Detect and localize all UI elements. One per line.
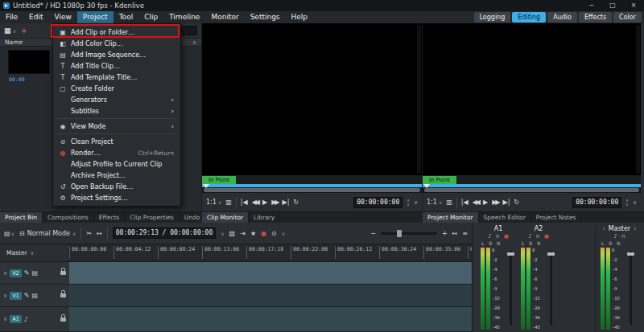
minimize-button[interactable]: ─ bbox=[581, 0, 602, 11]
record-icon[interactable]: ● bbox=[261, 230, 266, 237]
goto-end-button[interactable]: ▶| bbox=[282, 199, 289, 206]
menu-timeline[interactable]: Timeline bbox=[163, 11, 205, 23]
menu-item-archive-project[interactable]: Archive Project… bbox=[53, 170, 180, 181]
loop-icon[interactable]: ↻ bbox=[293, 199, 299, 206]
balance-value[interactable]: 0 bbox=[489, 240, 492, 247]
solo-icon[interactable]: ∩ bbox=[536, 233, 540, 240]
tab-speech-editor[interactable]: Speech Editor bbox=[479, 212, 531, 223]
chevron-down-icon[interactable]: ∨ bbox=[282, 231, 285, 236]
timeline-track-lane-v1[interactable] bbox=[69, 285, 472, 307]
menu-clip[interactable]: Clip bbox=[138, 11, 163, 23]
menu-item-project-settings[interactable]: ⚙ Project Settings… bbox=[53, 192, 180, 203]
close-button[interactable]: × bbox=[623, 0, 644, 11]
solo-icon[interactable]: ∩ bbox=[621, 233, 625, 240]
next-channel-icon[interactable]: › bbox=[634, 225, 636, 233]
menu-item-view-mode[interactable]: ◉ View Mode › bbox=[53, 121, 180, 132]
edit-track-icon[interactable]: ✎ bbox=[24, 269, 30, 277]
menu-item-open-backup-file[interactable]: ↺ Open Backup File… bbox=[53, 181, 180, 192]
record-icon[interactable]: ● bbox=[544, 233, 549, 240]
tab-effects[interactable]: Effects bbox=[94, 212, 126, 223]
project-monitor-zone-bar[interactable]: In Point bbox=[423, 175, 641, 184]
menu-item-add-image-sequence[interactable]: ▤ Add Image Sequence… bbox=[53, 49, 180, 60]
tab-compositions[interactable]: Compositions bbox=[43, 212, 94, 223]
menu-tool[interactable]: Tool bbox=[114, 11, 138, 23]
zoom-preset-button[interactable]: 1:1 ∨ bbox=[427, 199, 442, 206]
tab-clip-monitor[interactable]: Clip Monitor bbox=[202, 212, 249, 223]
goto-start-button[interactable]: |◀ bbox=[461, 199, 469, 206]
timeline-track-lane-a1[interactable] bbox=[69, 307, 472, 332]
zoom-preset-button[interactable]: 1:1 ∨ bbox=[206, 199, 221, 206]
volume-slider[interactable] bbox=[630, 251, 632, 325]
maximize-button[interactable]: □ bbox=[602, 0, 623, 11]
mute-icon[interactable]: ♪ bbox=[488, 233, 491, 240]
timeline-ruler[interactable]: Master ∨ 00:00:00:0000:00:04:1200:00:08:… bbox=[0, 244, 472, 262]
menu-file[interactable]: File bbox=[0, 11, 23, 23]
mute-icon[interactable]: ♪ bbox=[613, 233, 617, 240]
lock-icon[interactable] bbox=[60, 318, 66, 322]
timecode-spinner[interactable]: ∧ ∨ bbox=[625, 199, 629, 207]
bin-view-mode-button[interactable]: ▦ ∨ bbox=[4, 27, 16, 35]
menu-monitor[interactable]: Monitor bbox=[205, 11, 244, 23]
layers-icon[interactable]: ▤ bbox=[31, 269, 38, 277]
workspace-effects-button[interactable]: Effects bbox=[579, 12, 612, 23]
menu-item-add-clip-or-folder[interactable]: ▣ Add Clip or Folder… bbox=[53, 27, 180, 38]
track-tag[interactable]: A1 bbox=[10, 315, 22, 323]
workspace-editing-button[interactable]: Editing bbox=[512, 12, 546, 23]
menu-item-add-color-clip[interactable]: ◧ Add Color Clip… bbox=[53, 38, 180, 49]
razor-tool-icon[interactable]: ✂ bbox=[86, 230, 92, 237]
timeline-track-lane-v2[interactable] bbox=[69, 262, 472, 285]
chevron-down-icon[interactable]: ∨ bbox=[3, 293, 7, 299]
fit-zoom-icon[interactable]: ↔ bbox=[452, 230, 458, 237]
project-monitor-video[interactable] bbox=[423, 23, 641, 175]
clip-monitor-zone-bar[interactable]: In Point bbox=[202, 175, 422, 184]
collapse-icon[interactable]: ∧ bbox=[192, 39, 196, 46]
menu-item-add-title-clip[interactable]: T Add Title Clip… bbox=[53, 60, 180, 72]
tab-clip-properties[interactable]: Clip Properties bbox=[125, 212, 179, 223]
menu-item-add-template-title[interactable]: T Add Template Title… bbox=[53, 72, 180, 83]
forward-button[interactable]: ▶▶ bbox=[492, 199, 498, 206]
tab-library[interactable]: Library bbox=[249, 212, 280, 223]
chevron-down-icon[interactable]: ∨ bbox=[221, 231, 224, 236]
insert-zone-icon[interactable]: ⇥ bbox=[240, 230, 246, 237]
spinner-down-icon[interactable]: ∨ bbox=[407, 203, 410, 207]
loop-icon[interactable]: ↻ bbox=[514, 199, 519, 206]
zoom-out-icon[interactable]: − bbox=[370, 230, 376, 237]
monitor-timecode[interactable]: 00:00:00:00 bbox=[572, 197, 621, 208]
menu-item-subtitles[interactable]: Subtitles › bbox=[53, 105, 180, 117]
balance-value[interactable]: 0 bbox=[529, 240, 532, 247]
track-header-a1[interactable]: ∨ A1 ♪ bbox=[0, 307, 69, 332]
monitor-menu-icon[interactable]: ∨ bbox=[633, 199, 637, 206]
monitor-overlay-icon[interactable]: ▥ bbox=[446, 199, 452, 206]
monitor-timecode[interactable]: 00:00:00:00 bbox=[353, 197, 402, 208]
menu-item-generators[interactable]: Generators › bbox=[53, 94, 180, 105]
layers-icon[interactable]: ▤ bbox=[31, 292, 38, 299]
menu-settings[interactable]: Settings bbox=[245, 11, 286, 23]
menu-item-render[interactable]: ● Render… Ctrl+Return bbox=[53, 147, 180, 158]
mix-clips-icon[interactable]: ▧ bbox=[229, 230, 236, 237]
timeline-menu-icon[interactable]: ≡ bbox=[462, 230, 468, 237]
volume-slider-handle[interactable] bbox=[627, 252, 634, 256]
record-icon[interactable]: ● bbox=[504, 233, 509, 240]
edit-track-icon[interactable]: ✎ bbox=[24, 292, 30, 299]
workspace-logging-button[interactable]: Logging bbox=[474, 12, 511, 23]
menu-item-adjust-profile[interactable]: Adjust Profile to Current Clip bbox=[53, 158, 180, 170]
volume-slider[interactable] bbox=[550, 251, 552, 325]
timeline-timecode[interactable]: 00:00:29:13 / 00:00:00:00 bbox=[113, 227, 216, 239]
project-monitor-zoombar[interactable] bbox=[423, 187, 641, 193]
spacer-tool-icon[interactable]: ↔ bbox=[97, 230, 102, 237]
lock-icon[interactable] bbox=[60, 293, 66, 297]
play-button[interactable]: ▶ bbox=[483, 199, 488, 206]
add-clip-icon[interactable]: + bbox=[21, 27, 27, 35]
rewind-button[interactable]: ◀◀ bbox=[473, 199, 479, 206]
mute-icon[interactable]: ♪ bbox=[528, 233, 531, 240]
clip-monitor-video[interactable] bbox=[202, 23, 422, 175]
monitor-overlay-icon[interactable]: ▥ bbox=[225, 199, 232, 206]
preview-render-icon[interactable]: ⊙ bbox=[271, 230, 277, 237]
edit-mode-button[interactable]: ⊟ Normal Mode ∨ bbox=[19, 230, 76, 237]
favorite-effects-icon[interactable]: ★ bbox=[250, 230, 256, 237]
volume-slider-handle[interactable] bbox=[547, 252, 555, 256]
play-button[interactable]: ▶ bbox=[262, 199, 267, 206]
audio-track-icon[interactable]: ♪ bbox=[24, 316, 28, 323]
track-tag[interactable]: V1 bbox=[10, 292, 22, 300]
track-header-v1[interactable]: ∨ V1 ✎ ▤ bbox=[0, 285, 69, 307]
